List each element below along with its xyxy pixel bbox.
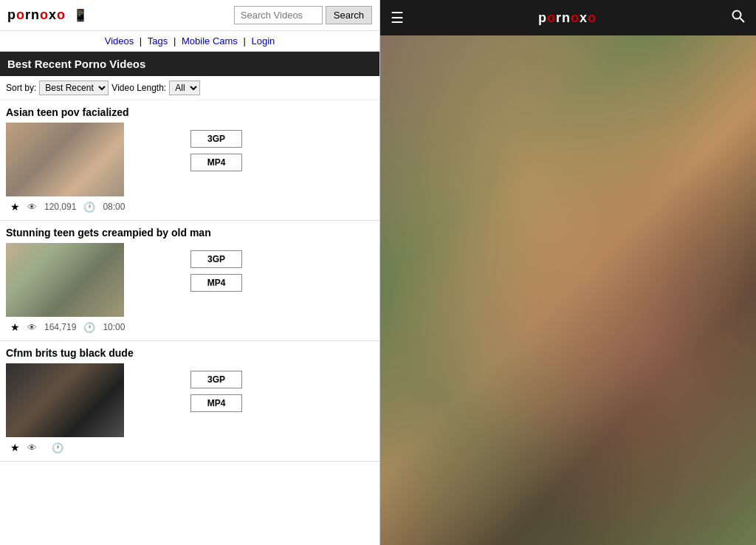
format-btn-3gp[interactable]: 3GP [190,250,242,268]
nav-sep-3: | [243,35,245,47]
nav-bar: Videos | Tags | Mobile Cams | Login [0,31,379,52]
video-item: Asian teen pov facialized 3GP MP4 ★ 👁 12… [0,100,379,221]
duration-icon: 🕐 [52,442,63,453]
header: pornoxo 📱 Search [0,0,379,31]
video-list: Asian teen pov facialized 3GP MP4 ★ 👁 12… [0,100,379,545]
video-meta: ★ 👁 120,091 🕐 08:00 [6,196,374,213]
site-logo[interactable]: pornoxo 📱 [7,7,89,23]
sort-bar: Sort by: Best Recent Video Length: All [0,76,379,100]
duration: 08:00 [103,202,125,212]
format-btn-3gp[interactable]: 3GP [190,371,242,388]
hamburger-icon[interactable]: ☰ [391,9,404,27]
nav-videos[interactable]: Videos [105,35,134,47]
mobile-content [380,35,756,545]
mobile-search-icon[interactable] [731,9,746,27]
duration-icon: 🕐 [83,322,95,333]
mobile-header: ☰ pornoxo [380,0,756,35]
favorite-icon[interactable]: ★ [10,201,20,213]
video-actions: 3GP MP4 [131,123,374,171]
search-input[interactable] [234,6,323,24]
nav-mobile-cams[interactable]: Mobile Cams [182,35,238,47]
video-actions: 3GP MP4 [131,363,374,412]
mobile-background-image [380,35,756,545]
video-title[interactable]: Cfnm brits tug black dude [6,347,374,359]
video-content: 3GP MP4 [6,123,374,196]
format-btn-mp4[interactable]: MP4 [190,394,242,412]
video-content: 3GP MP4 [6,243,374,317]
duration: 10:00 [103,322,125,332]
phone-icon: 📱 [73,9,89,21]
video-item: Stunning teen gets creampied by old man … [0,221,379,341]
page-title: Best Recent Porno Videos [0,52,379,76]
svg-point-0 [733,10,741,18]
favorite-icon[interactable]: ★ [10,442,20,453]
views-icon: 👁 [27,322,37,333]
sort-select[interactable]: Best Recent [39,80,109,95]
nav-tags[interactable]: Tags [148,35,168,47]
video-thumbnail[interactable] [6,123,124,196]
video-thumbnail[interactable] [6,243,124,317]
left-panel: pornoxo 📱 Search Videos | Tags | Mobile … [0,0,380,545]
nav-sep-1: | [140,35,142,47]
video-item: Cfnm brits tug black dude 3GP MP4 ★ 👁 🕐 [0,341,379,462]
right-panel: ☰ pornoxo [380,0,756,545]
format-btn-3gp[interactable]: 3GP [190,130,242,148]
search-area: Search [234,6,372,24]
video-title[interactable]: Asian teen pov facialized [6,106,374,118]
video-meta: ★ 👁 🕐 [6,437,374,453]
mobile-logo[interactable]: pornoxo [404,10,731,26]
video-title[interactable]: Stunning teen gets creampied by old man [6,227,374,239]
video-actions: 3GP MP4 [131,243,374,292]
nav-login[interactable]: Login [251,35,275,47]
video-thumbnail[interactable] [6,363,124,437]
view-count: 164,719 [44,322,76,332]
sort-label: Sort by: [6,83,36,93]
views-icon: 👁 [27,442,37,453]
svg-line-1 [740,18,745,22]
duration-icon: 🕐 [83,202,95,213]
format-btn-mp4[interactable]: MP4 [190,154,242,171]
video-meta: ★ 👁 164,719 🕐 10:00 [6,317,374,333]
video-content: 3GP MP4 [6,363,374,437]
length-select[interactable]: All [169,80,200,95]
view-count: 120,091 [44,202,76,212]
length-label: Video Length: [111,83,166,93]
format-btn-mp4[interactable]: MP4 [190,274,242,292]
nav-sep-2: | [173,35,176,47]
search-button[interactable]: Search [326,6,372,24]
views-icon: 👁 [27,202,37,213]
favorite-icon[interactable]: ★ [10,321,20,333]
